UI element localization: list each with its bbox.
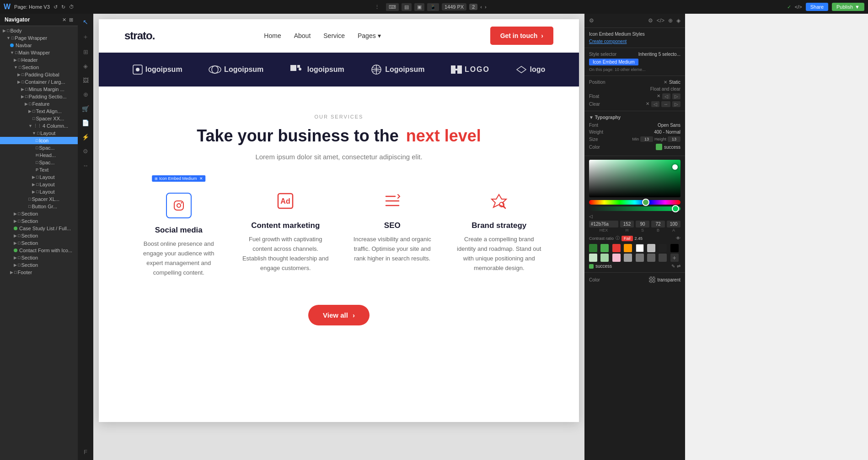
tree-item-spacer-xx[interactable]: ▶ □ Spacer XX... bbox=[0, 115, 78, 122]
s-input[interactable] bbox=[636, 221, 649, 227]
swatch-gray-1[interactable] bbox=[624, 254, 632, 262]
tree-item-contact-form[interactable]: Contact Form with Ico... bbox=[0, 247, 78, 254]
tree-item-section-6[interactable]: ▶ □ Section bbox=[0, 254, 78, 261]
tree-item-padding-section[interactable]: ▶ □ Padding Sectio... bbox=[0, 93, 78, 100]
swatch-green-light[interactable] bbox=[589, 254, 597, 262]
right-panel-icon4[interactable]: ◈ bbox=[676, 17, 680, 24]
icon-embed-medium-tag[interactable]: Icon Embed Medium bbox=[589, 59, 638, 65]
history-icon[interactable]: ⏱ bbox=[69, 4, 74, 10]
tree-item-section-5[interactable]: ▶ □ Section bbox=[0, 239, 78, 247]
redo-icon[interactable]: ↻ bbox=[61, 4, 65, 10]
tree-item-section-3[interactable]: ▶ □ Section bbox=[0, 217, 78, 225]
cursor-icon[interactable]: ↖ bbox=[83, 18, 88, 26]
tree-item-body[interactable]: ▶ □ Body bbox=[0, 27, 78, 34]
swatch-green-dark[interactable] bbox=[589, 244, 597, 252]
mobile-preview-btn[interactable]: 📱 bbox=[427, 3, 439, 11]
color-swatch[interactable] bbox=[656, 144, 662, 150]
tree-item-header[interactable]: ▶ □ Header bbox=[0, 56, 78, 64]
tree-item-spac[interactable]: □ Spac... bbox=[0, 144, 78, 152]
assets-icon[interactable]: 🖼 bbox=[83, 77, 89, 84]
gear-icon[interactable]: ⚙ bbox=[648, 17, 653, 24]
b-input[interactable] bbox=[651, 221, 665, 227]
undo-icon[interactable]: ↺ bbox=[54, 4, 58, 10]
close-nav-icon[interactable]: ✕ bbox=[62, 17, 66, 23]
code-icon[interactable]: </> bbox=[795, 4, 802, 10]
alpha-slider[interactable] bbox=[589, 206, 680, 211]
swatch-black[interactable] bbox=[670, 244, 679, 252]
tree-item-section-2[interactable]: ▶ □ Section bbox=[0, 210, 78, 217]
color-mode-collapse[interactable]: ◁ bbox=[589, 214, 593, 219]
swatch-dark[interactable] bbox=[659, 244, 667, 252]
tree-item-padding-global[interactable]: ▶ □ Padding Global bbox=[0, 71, 78, 78]
tree-item-main-wrapper[interactable]: ▼ □ strato. Main Wrapper bbox=[0, 49, 78, 56]
tree-item-section-4[interactable]: ▶ □ Section bbox=[0, 232, 78, 239]
swatch-gray-3[interactable] bbox=[647, 254, 655, 262]
settings-icon[interactable]: ⚙ bbox=[83, 148, 88, 155]
tree-item-minus-margin[interactable]: ▶ □ Minus Margin ... bbox=[0, 86, 78, 93]
prev-page-icon[interactable]: ‹ bbox=[480, 4, 482, 10]
edit-variable-icon[interactable]: ✎ bbox=[671, 264, 675, 269]
float-btn-1[interactable]: ◁ bbox=[662, 93, 670, 99]
tree-item-icon[interactable]: □ Icon bbox=[0, 137, 78, 144]
tree-item-layout-3[interactable]: ▶ □ Layout bbox=[0, 181, 78, 188]
right-panel-icon3[interactable]: ⊕ bbox=[668, 17, 673, 24]
transparent-swatch[interactable] bbox=[649, 276, 655, 283]
swatch-gray-2[interactable] bbox=[636, 254, 644, 262]
nav-link-service[interactable]: Service bbox=[323, 32, 345, 39]
tree-item-feature[interactable]: ▶ □ Feature bbox=[0, 100, 78, 108]
clear-btn-1[interactable]: ◁ bbox=[651, 101, 659, 107]
integrations-icon[interactable]: ↔ bbox=[83, 162, 89, 169]
layout-icon[interactable]: ⊞ bbox=[83, 49, 88, 55]
add-icon[interactable]: ＋ bbox=[82, 33, 89, 41]
preview-btn2[interactable]: ▣ bbox=[414, 3, 424, 11]
clear-x-icon[interactable]: ✕ bbox=[646, 101, 649, 107]
tree-item-spacer-xl[interactable]: □ Spacer XL... bbox=[0, 195, 78, 203]
more-icon[interactable]: ⋮ bbox=[375, 4, 380, 10]
position-x-icon[interactable]: ✕ bbox=[664, 80, 667, 85]
swatch-orange[interactable] bbox=[624, 244, 632, 252]
tree-item-section-1[interactable]: ▼ □ Section bbox=[0, 64, 78, 71]
create-component-link[interactable]: Create component bbox=[589, 39, 627, 44]
swatch-light-gray[interactable] bbox=[647, 244, 655, 252]
pages-icon[interactable]: 📄 bbox=[82, 119, 89, 126]
ecomm-icon[interactable]: 🛒 bbox=[82, 105, 89, 112]
tree-item-case-study[interactable]: Case Study List / Full... bbox=[0, 225, 78, 232]
logic-icon[interactable]: ⚡ bbox=[82, 134, 89, 141]
hue-slider[interactable] bbox=[589, 200, 680, 205]
cms-icon[interactable]: ⊕ bbox=[83, 91, 88, 98]
tree-item-layout-2[interactable]: ▶ □ Layout bbox=[0, 173, 78, 181]
color-picker-gradient[interactable] bbox=[589, 160, 680, 197]
swatch-red[interactable] bbox=[612, 244, 621, 252]
clear-btn-2[interactable]: ↔ bbox=[661, 101, 670, 107]
social-media-icon-box[interactable] bbox=[166, 193, 192, 218]
tree-item-section-7[interactable]: ▶ □ Section bbox=[0, 261, 78, 269]
swatch-pink[interactable] bbox=[612, 254, 621, 262]
tree-item-footer[interactable]: ▶ □ Footer bbox=[0, 269, 78, 276]
tree-item-spac2[interactable]: □ Spac... bbox=[0, 159, 78, 166]
eye-icon[interactable]: 👁 bbox=[676, 236, 680, 241]
editor-mode-btn[interactable]: ⌨ bbox=[386, 3, 399, 11]
float-x-icon[interactable]: ✕ bbox=[657, 93, 660, 99]
tree-item-4column[interactable]: ▼ ⋮⋮ 4 Column... bbox=[0, 122, 78, 130]
a-input[interactable] bbox=[667, 221, 680, 227]
clear-btn-3[interactable]: ▷ bbox=[672, 101, 680, 107]
swatch-gray-4[interactable] bbox=[659, 254, 667, 262]
view-all-button[interactable]: View all › bbox=[308, 305, 370, 325]
tree-item-page-wrapper[interactable]: ▼ □ Page Wrapper bbox=[0, 34, 78, 42]
size-min-input[interactable] bbox=[640, 136, 653, 142]
components-icon[interactable]: ◈ bbox=[83, 63, 88, 70]
nav-link-home[interactable]: Home bbox=[264, 32, 281, 39]
tree-item-head[interactable]: H Head... bbox=[0, 152, 78, 159]
tree-item-container[interactable]: ▶ □ Container / Larg... bbox=[0, 78, 78, 86]
webflow-university-icon[interactable]: F bbox=[84, 449, 87, 455]
tree-item-layout-4[interactable]: ▶ □ Layout bbox=[0, 188, 78, 195]
tree-item-navbar[interactable]: Navbar bbox=[0, 42, 78, 49]
size-height-input[interactable] bbox=[668, 136, 680, 142]
h-input[interactable] bbox=[620, 221, 634, 227]
publish-button[interactable]: Publish ▼ bbox=[832, 3, 864, 11]
nav-link-pages[interactable]: Pages ▾ bbox=[358, 32, 381, 39]
cta-button[interactable]: Get in touch › bbox=[490, 27, 553, 45]
share-button[interactable]: Share bbox=[806, 3, 828, 11]
swatch-green[interactable] bbox=[600, 244, 609, 252]
code-panel-icon[interactable]: </> bbox=[657, 17, 664, 24]
